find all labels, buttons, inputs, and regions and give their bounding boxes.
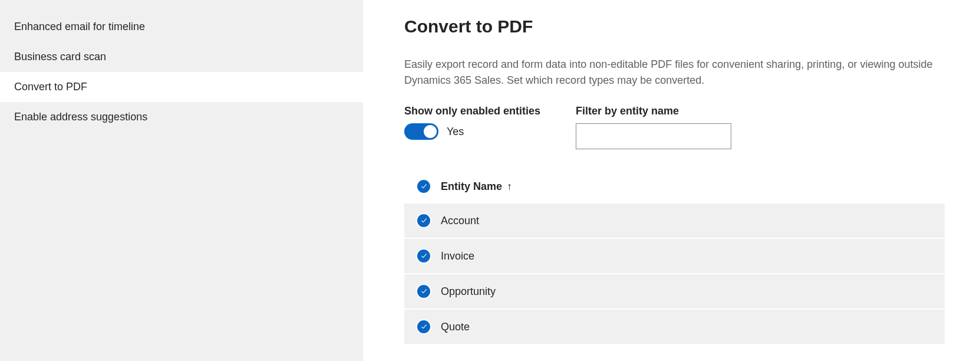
filter-label: Filter by entity name bbox=[576, 105, 731, 117]
table-row[interactable]: Account bbox=[404, 204, 945, 239]
check-icon bbox=[420, 288, 428, 296]
column-header-label: Entity Name bbox=[441, 180, 502, 193]
sidebar-item-business-card-scan[interactable]: Business card scan bbox=[0, 42, 363, 72]
table-row[interactable]: Quote bbox=[404, 310, 945, 345]
sidebar: Enhanced email for timeline Business car… bbox=[0, 0, 363, 361]
select-all-checkbox[interactable] bbox=[417, 180, 430, 193]
sort-ascending-icon: ↑ bbox=[507, 180, 512, 193]
toggle-label: Show only enabled entities bbox=[404, 105, 540, 117]
row-checkbox[interactable] bbox=[417, 320, 430, 333]
check-icon bbox=[420, 252, 428, 260]
toggle-knob bbox=[424, 125, 437, 138]
table-header: Entity Name ↑ bbox=[404, 173, 945, 204]
show-enabled-toggle[interactable] bbox=[404, 123, 438, 140]
page-description: Easily export record and form data into … bbox=[404, 57, 935, 88]
row-checkbox[interactable] bbox=[417, 250, 430, 262]
row-entity-name: Account bbox=[441, 215, 479, 227]
check-icon bbox=[420, 183, 428, 191]
main-content: Convert to PDF Easily export record and … bbox=[363, 0, 980, 361]
sidebar-item-convert-to-pdf[interactable]: Convert to PDF bbox=[0, 72, 363, 102]
controls-row: Show only enabled entities Yes Filter by… bbox=[404, 105, 945, 149]
sidebar-item-enable-address-suggestions[interactable]: Enable address suggestions bbox=[0, 102, 363, 132]
entities-table: Entity Name ↑ Account Invoice Opportunit… bbox=[404, 173, 945, 345]
check-icon bbox=[420, 323, 428, 331]
row-entity-name: Invoice bbox=[441, 250, 474, 262]
column-header-entity-name[interactable]: Entity Name ↑ bbox=[441, 180, 512, 193]
table-row[interactable]: Opportunity bbox=[404, 274, 945, 310]
filter-group: Filter by entity name bbox=[576, 105, 731, 149]
row-checkbox[interactable] bbox=[417, 214, 430, 227]
toggle-group: Show only enabled entities Yes bbox=[404, 105, 540, 149]
check-icon bbox=[420, 217, 428, 225]
toggle-value: Yes bbox=[447, 126, 464, 138]
sidebar-item-enhanced-email[interactable]: Enhanced email for timeline bbox=[0, 12, 363, 42]
row-checkbox[interactable] bbox=[417, 285, 430, 298]
page-title: Convert to PDF bbox=[404, 17, 945, 37]
toggle-row: Yes bbox=[404, 123, 540, 140]
row-entity-name: Opportunity bbox=[441, 285, 496, 298]
filter-entity-input[interactable] bbox=[576, 123, 731, 149]
row-entity-name: Quote bbox=[441, 321, 470, 333]
table-row[interactable]: Invoice bbox=[404, 239, 945, 274]
